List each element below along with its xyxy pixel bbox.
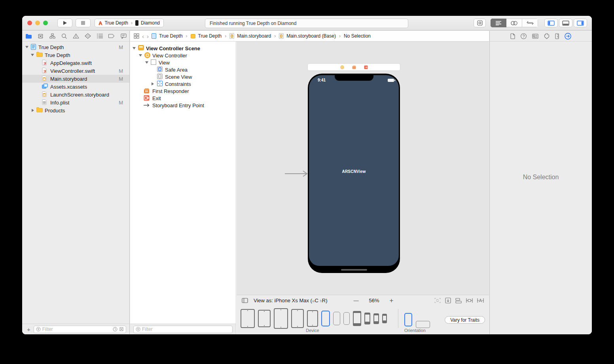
align-button[interactable] [455,298,462,303]
view-controller-dock-icon[interactable] [340,65,344,69]
device-iphone-4s[interactable] [382,314,387,323]
storyboard-entry-point-arrow[interactable] [285,171,309,177]
toggle-debug-area-button[interactable] [559,19,572,27]
tree-row-file[interactable]: ViewController.swift M [22,67,129,75]
filter-input[interactable] [142,326,230,332]
device-ipad-pro-105[interactable] [274,308,288,329]
arscnview-label: ARSCNView [309,169,399,174]
toggle-inspector-button[interactable] [574,19,587,27]
filter-field[interactable] [34,326,126,333]
reports-icon[interactable] [120,33,127,39]
filter-input[interactable] [42,326,111,332]
tree-row-file[interactable]: Assets.xcassets [22,83,129,91]
device-iphone-8[interactable] [364,313,370,324]
device-iphone-xr[interactable] [333,312,340,325]
iphone-xs-max-preview[interactable]: 9:41 ARSCNView [308,74,400,273]
minimize-window-button[interactable] [35,21,40,25]
device-iphone-xs-max-selected[interactable] [321,311,330,326]
filter-field[interactable] [133,326,233,333]
toggle-outline-button[interactable] [242,298,248,303]
tree-row-file-selected[interactable]: Main.storyboard M [22,75,129,83]
disclosure-triangle[interactable] [152,82,154,85]
outline-row-first-responder[interactable]: First Responder [130,87,236,95]
tree-row-group[interactable]: Products [22,106,129,114]
navigator-panel: True Depth M True Depth AppDelegate.swif… [22,31,130,334]
breadcrumb-selection[interactable]: No Selection [344,33,371,39]
close-window-button[interactable] [27,21,32,25]
standard-editor-button[interactable] [491,19,506,27]
disclosure-triangle[interactable] [133,47,136,49]
issues-icon[interactable] [73,33,79,39]
related-items-icon[interactable] [134,33,139,39]
breadcrumb-group[interactable]: True Depth [198,33,222,39]
go-forward-button[interactable]: › [147,33,149,39]
tree-row-group[interactable]: True Depth [22,51,129,59]
navigator-filter-bar: + [22,324,129,334]
zoom-in-button[interactable]: + [390,297,394,305]
outline-row-view-controller[interactable]: View Controller [130,52,236,59]
tree-row-file[interactable]: LaunchScreen.storyboard [22,91,129,99]
run-button[interactable] [57,19,72,27]
symbols-icon[interactable] [49,33,55,39]
add-file-button[interactable]: + [27,326,30,333]
view-as-text: View as: iPhone Xs Max ( [254,298,312,303]
recent-files-icon[interactable] [113,327,117,332]
exit-dock-icon[interactable] [364,65,368,69]
device-ipad-air[interactable] [291,309,304,328]
stop-button[interactable] [76,19,91,27]
device-ipad-pro-11[interactable] [258,310,271,327]
toggle-navigator-button[interactable] [544,19,558,27]
outline-row-safe-area[interactable]: Safe Area [130,66,236,73]
orientation-landscape-button[interactable] [416,321,430,328]
assistant-editor-button[interactable] [506,19,522,27]
source-control-filter-icon[interactable] [119,327,124,332]
disclosure-triangle[interactable] [32,109,34,112]
disclosure-triangle[interactable] [31,54,34,56]
zoom-window-button[interactable] [43,21,48,25]
disclosure-triangle[interactable] [25,46,28,48]
scheme-selector[interactable]: A True Depth › Diamond [95,19,164,27]
source-control-icon[interactable] [37,33,44,39]
disclosure-triangle[interactable] [139,54,142,57]
outline-row-scene-view[interactable]: Scene View [130,73,236,80]
arscnview-screen[interactable]: 9:41 ARSCNView [309,75,399,266]
breadcrumb-project[interactable]: True Depth [159,33,183,39]
disclosure-triangle[interactable] [145,61,148,64]
device-ipad-129[interactable] [241,309,255,328]
version-editor-button[interactable] [522,19,538,27]
orientation-portrait-button[interactable] [404,313,412,326]
outline-row-constraints[interactable]: Constraints [130,80,236,87]
vary-for-traits-button[interactable]: Vary for Traits [445,316,485,324]
project-navigator-icon[interactable] [25,33,32,39]
view-as-button[interactable]: View as: iPhone Xs Max (wChR) [254,298,328,303]
breadcrumb-localization[interactable]: Main.storyboard (Base) [286,33,336,39]
device-iphone-8-plus[interactable] [353,311,361,326]
device-ipad-mini[interactable] [307,310,318,327]
folder-icon [191,34,195,38]
embed-in-stack-button[interactable] [445,298,451,303]
resolve-autolayout-button[interactable] [477,298,484,303]
outline-row-view[interactable]: View [130,59,236,66]
breakpoints-icon[interactable] [108,33,115,39]
activity-viewer-button[interactable] [474,19,486,27]
breadcrumb-file[interactable]: Main.storyboard [237,33,271,39]
add-constraints-button[interactable] [466,298,473,303]
outline-row-entry-point[interactable]: Storyboard Entry Point [130,102,236,109]
zoom-out-button[interactable]: — [354,298,359,303]
update-frames-button[interactable] [434,298,441,303]
chevron-right-icon: › [339,33,341,39]
tree-row-project[interactable]: True Depth M [22,43,129,51]
first-responder-dock-icon[interactable] [352,65,356,69]
outline-row-exit[interactable]: Exit [130,95,236,102]
device-iphone-xs[interactable] [343,312,350,325]
outline-row-scene[interactable]: View Controller Scene [130,45,236,52]
device-iphone-se[interactable] [373,313,379,324]
zoom-level[interactable]: 56% [369,298,379,303]
debug-icon[interactable] [97,33,103,39]
search-icon[interactable] [61,33,67,39]
go-back-button[interactable]: ‹ [142,33,144,39]
tests-icon[interactable] [85,33,91,39]
tree-row-file[interactable]: AppDelegate.swift [22,59,129,67]
tree-row-file[interactable]: Info.plist M [22,99,129,106]
interface-builder-canvas[interactable]: 9:41 ARSCNView View as: iPhone Xs Max (w… [237,42,489,334]
